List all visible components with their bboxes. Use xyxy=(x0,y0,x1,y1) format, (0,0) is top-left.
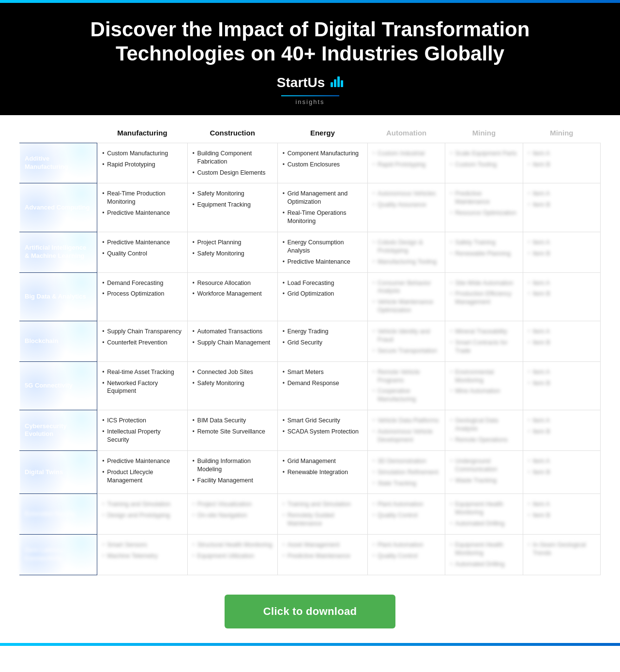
list-item: Item B xyxy=(528,337,595,348)
logo-line xyxy=(281,95,339,96)
list-item: Project Visualization xyxy=(193,499,272,510)
list-item: Item B xyxy=(528,248,595,259)
list-item: Grid Optimization xyxy=(283,288,363,299)
cell-mining: Site-Wide AutomationProduction Efficienc… xyxy=(445,272,523,321)
download-section: Click to download xyxy=(0,580,620,638)
list-item: Demand Forecasting xyxy=(102,278,182,289)
cell-construction: Building Component FabricationCustom Des… xyxy=(187,143,277,183)
list-item: Cobots Design & Prototyping xyxy=(373,237,440,256)
cell-construction: Safety MonitoringEquipment Tracking xyxy=(187,183,277,232)
list-item: Real-time Asset Tracking xyxy=(102,367,182,378)
list-item: Remote Operations xyxy=(450,434,517,446)
cell-other: In-Seam Geological Trends xyxy=(523,535,600,575)
row-label-cell: Artificial Intelligence & Machine Learni… xyxy=(20,232,97,272)
cell-automation: 3D DemonstrationSimulation RefinementSta… xyxy=(367,450,445,494)
list-item: Custom Industrial xyxy=(373,148,440,159)
cell-automation: Remote Vehicle ProgramsCooperative Manuf… xyxy=(367,361,445,410)
list-item: Custom Enclosures xyxy=(283,159,363,170)
cell-automation: Custom IndustrialRapid Prototyping xyxy=(367,143,445,183)
row-label-text: Big Data & Analytics xyxy=(25,293,86,300)
list-item: Quality Control xyxy=(373,510,440,521)
table-row: Additive ManufacturingCustom Manufacturi… xyxy=(20,143,601,183)
list-item: Resource Allocation xyxy=(193,278,272,289)
list-item: Asset Management xyxy=(283,539,363,551)
list-item: Automated Drilling xyxy=(450,559,517,570)
list-item: On-site Navigation xyxy=(193,510,272,521)
cell-automation: Plant AutomationQuality Control xyxy=(367,535,445,575)
download-button[interactable]: Click to download xyxy=(225,595,395,628)
cell-construction: Automated TransactionsSupply Chain Manag… xyxy=(187,321,277,362)
list-item: Equipment Health Monitoring xyxy=(450,499,517,518)
col-header-automation: Automation xyxy=(367,125,445,143)
list-item: Training and Simulation xyxy=(102,499,182,510)
row-label-text: Artificial Intelligence & Machine Learni… xyxy=(25,244,86,259)
list-item: Simulation Refinement xyxy=(373,467,440,478)
list-item: Item B xyxy=(528,426,595,437)
row-label-cell: 5G Connectivity xyxy=(20,361,97,410)
row-label-text: Digital Twins xyxy=(25,468,63,476)
list-item: Remote Vehicle Programs xyxy=(373,367,440,386)
cell-manufacturing: Predictive MaintenanceProduct Lifecycle … xyxy=(97,450,187,494)
list-item: Scale Equipment Parts xyxy=(450,148,517,159)
main-table: Manufacturing Construction Energy Automa… xyxy=(19,125,601,575)
list-item: Cooperative Manufacturing xyxy=(373,386,440,405)
list-item: Quality Assurance xyxy=(373,199,440,210)
list-item: Resource Optimization xyxy=(450,208,517,219)
list-item: Smart Contracts for Trade xyxy=(450,337,517,357)
cell-mining: Equipment Health MonitoringAutomated Dri… xyxy=(445,535,523,575)
cell-other: Item AItem B xyxy=(523,494,600,535)
list-item: Custom Design Elements xyxy=(193,167,272,179)
cell-energy: Smart Grid SecuritySCADA System Protecti… xyxy=(277,410,367,451)
cell-construction: Connected Job SitesSafety Monitoring xyxy=(187,361,277,410)
list-item: Item B xyxy=(528,199,595,210)
list-item: State Tracking xyxy=(373,478,440,489)
list-item: Supply Chain Management xyxy=(193,337,272,348)
list-item: Counterfeit Prevention xyxy=(102,337,182,348)
row-label-text: Zero Latency Connectivity xyxy=(25,546,64,562)
row-label-cell: Blockchain xyxy=(20,321,97,362)
table-header-row: Manufacturing Construction Energy Automa… xyxy=(20,125,601,143)
list-item: Supply Chain Transparency xyxy=(102,326,182,337)
list-item: Custom Manufacturing xyxy=(102,148,182,159)
list-item: 3D Demonstration xyxy=(373,456,440,467)
header: Discover the Impact of Digital Transform… xyxy=(0,3,620,115)
row-label-text: 5G Connectivity xyxy=(25,382,73,389)
cell-automation: Plant AutomationQuality Control xyxy=(367,494,445,535)
list-item: Predictive Maintenance xyxy=(102,456,182,467)
list-item: Waste Tracking xyxy=(450,475,517,486)
cell-other: Item AItem B xyxy=(523,410,600,451)
list-item: Item A xyxy=(528,456,595,467)
cell-mining: Mineral TraceabilitySmart Contracts for … xyxy=(445,321,523,362)
list-item: Smart Sensors xyxy=(102,539,182,551)
list-item: Item B xyxy=(528,510,595,521)
list-item: Predictive Maintenance xyxy=(450,188,517,208)
list-item: Quality Control xyxy=(102,248,182,259)
list-item: BIM Data Security xyxy=(193,415,272,426)
col-header-mining: Mining xyxy=(445,125,523,143)
list-item: Custom Tooling xyxy=(450,159,517,170)
col-header-empty xyxy=(20,125,97,143)
table-row: Advanced ComputingReal-Time Production M… xyxy=(20,183,601,232)
row-label-cell: Advanced Computing xyxy=(20,183,97,232)
list-item: Safety Monitoring xyxy=(193,188,272,199)
cell-energy: Smart MetersDemand Response xyxy=(277,361,367,410)
list-item: Geological Data Analysis xyxy=(450,415,517,434)
list-item: Design and Prototyping xyxy=(102,510,182,521)
list-item: Mineral Traceability xyxy=(450,326,517,337)
list-item: Quality Control xyxy=(373,551,440,562)
list-item: Safety Monitoring xyxy=(193,378,272,389)
list-item: Real-Time Operations Monitoring xyxy=(283,208,363,227)
list-item: Training and Simulation xyxy=(283,499,363,510)
list-item: Autonomous Vehicle Development xyxy=(373,426,440,446)
cell-construction: Resource AllocationWorkforce Management xyxy=(187,272,277,321)
list-item: Item A xyxy=(528,237,595,248)
cell-automation: Cobots Design & PrototypingManufacturing… xyxy=(367,232,445,272)
list-item: Item A xyxy=(528,499,595,510)
list-item: Item A xyxy=(528,326,595,337)
bar-chart-icon xyxy=(331,76,343,87)
logo-subtitle: insights xyxy=(29,98,591,105)
list-item: Production Efficiency Management xyxy=(450,288,517,308)
list-item: Energy Trading xyxy=(283,326,363,337)
list-item: Grid Management and Optimization xyxy=(283,188,363,208)
list-item: Plant Automation xyxy=(373,499,440,510)
